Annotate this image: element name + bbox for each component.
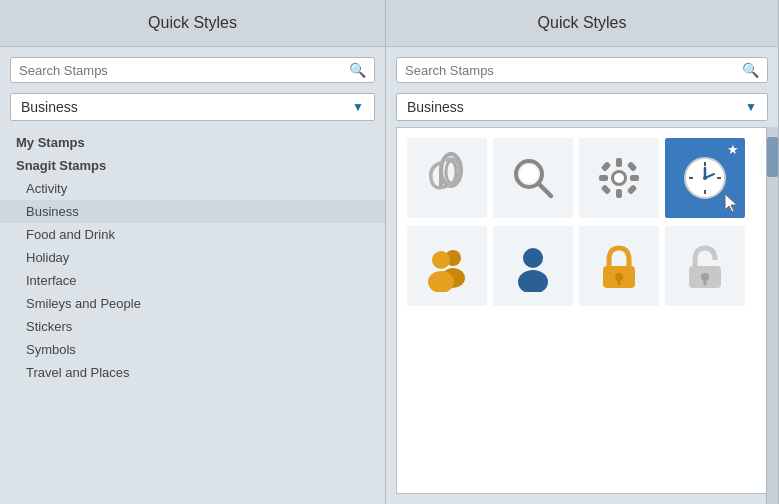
svg-rect-14	[601, 184, 612, 195]
cursor-icon	[723, 192, 741, 214]
stamp-magnifier[interactable]	[493, 138, 573, 218]
left-dropdown-arrow-icon: ▼	[352, 100, 364, 114]
person-single-icon	[507, 240, 559, 292]
stamp-person-group[interactable]	[407, 226, 487, 306]
stamp-padlock-closed[interactable]	[579, 226, 659, 306]
padlock-open-icon	[679, 240, 731, 292]
clock-star-icon: ★	[727, 142, 739, 157]
right-category-dropdown[interactable]: Business ▼	[396, 93, 768, 121]
sidebar-item-interface[interactable]: Interface	[0, 269, 385, 292]
left-panel: Quick Styles 🔍 Business ▼ My Stamps Snag…	[0, 0, 386, 504]
paperclip-icon	[421, 152, 473, 204]
sidebar-item-holiday[interactable]: Holiday	[0, 246, 385, 269]
padlock-closed-icon	[593, 240, 645, 292]
svg-point-30	[523, 248, 543, 268]
right-search-bar[interactable]: 🔍	[396, 57, 768, 83]
left-search-bar[interactable]: 🔍	[10, 57, 375, 83]
svg-line-5	[539, 184, 551, 196]
svg-point-7	[614, 173, 624, 183]
sidebar-item-snagit-stamps[interactable]: Snagit Stamps	[0, 154, 385, 177]
scrollbar-thumb[interactable]	[767, 137, 778, 177]
svg-marker-25	[725, 194, 737, 212]
sidebar-item-travel-and-places[interactable]: Travel and Places	[0, 361, 385, 384]
right-panel-title: Quick Styles	[386, 0, 778, 47]
stamp-clock[interactable]: ★	[665, 138, 745, 218]
left-search-input[interactable]	[19, 63, 349, 78]
sidebar-item-activity[interactable]: Activity	[0, 177, 385, 200]
scrollbar-track[interactable]	[766, 127, 778, 504]
right-search-input[interactable]	[405, 63, 742, 78]
left-panel-title: Quick Styles	[0, 0, 385, 47]
right-search-icon: 🔍	[742, 62, 759, 78]
left-search-icon: 🔍	[349, 62, 366, 78]
left-list: My Stamps Snagit Stamps Activity Busines…	[0, 127, 385, 504]
svg-rect-9	[616, 189, 622, 198]
svg-point-28	[432, 251, 450, 269]
right-panel-inner: ★	[386, 127, 778, 504]
person-group-icon	[421, 240, 473, 292]
sidebar-item-symbols[interactable]: Symbols	[0, 338, 385, 361]
stamps-grid: ★	[396, 127, 768, 494]
svg-rect-12	[601, 161, 612, 172]
magnifier-icon	[507, 152, 559, 204]
stamp-gear[interactable]	[579, 138, 659, 218]
right-panel: Quick Styles 🔍 Business ▼	[386, 0, 779, 504]
svg-rect-15	[627, 184, 638, 195]
sidebar-item-stickers[interactable]: Stickers	[0, 315, 385, 338]
svg-rect-11	[630, 175, 639, 181]
stamp-person-single[interactable]	[493, 226, 573, 306]
sidebar-item-business[interactable]: Business	[0, 200, 385, 223]
stamp-paperclip[interactable]	[407, 138, 487, 218]
sidebar-item-my-stamps[interactable]: My Stamps	[0, 131, 385, 154]
svg-rect-13	[627, 161, 638, 172]
sidebar-item-smileys-and-people[interactable]: Smileys and People	[0, 292, 385, 315]
svg-point-24	[703, 176, 707, 180]
gear-icon	[593, 152, 645, 204]
stamp-padlock-open[interactable]	[665, 226, 745, 306]
stamps-row-1: ★	[407, 138, 745, 218]
right-dropdown-label: Business	[407, 99, 745, 115]
svg-rect-10	[599, 175, 608, 181]
right-dropdown-arrow-icon: ▼	[745, 100, 757, 114]
sidebar-item-food-and-drink[interactable]: Food and Drink	[0, 223, 385, 246]
stamps-row-2	[407, 226, 745, 306]
svg-point-4	[520, 165, 538, 183]
left-category-dropdown[interactable]: Business ▼	[10, 93, 375, 121]
svg-point-29	[428, 271, 454, 292]
svg-point-31	[518, 270, 548, 292]
left-dropdown-label: Business	[21, 99, 352, 115]
svg-rect-8	[616, 158, 622, 167]
